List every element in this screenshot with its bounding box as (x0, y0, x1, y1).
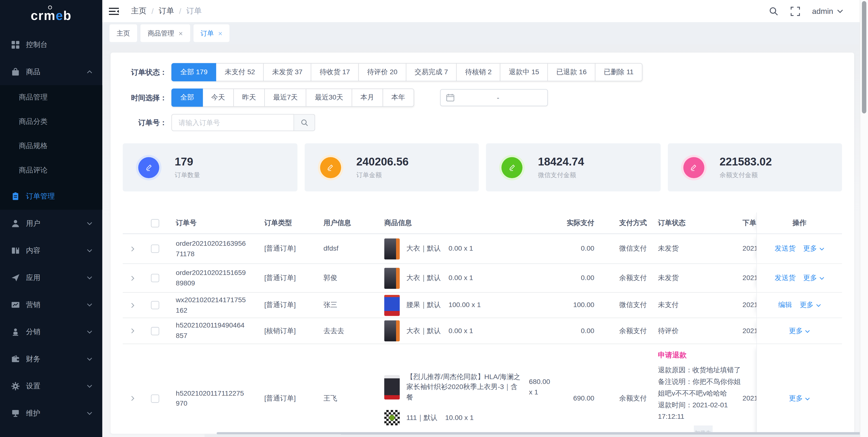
action-more-dropdown[interactable]: 更多 (803, 243, 824, 254)
refund-detail-line: 退款时间：2021-02-01 17:12:11 (658, 399, 743, 423)
username-label: admin (812, 6, 833, 15)
sidebar-subitem[interactable]: 商品管理 (0, 85, 102, 110)
table-header-row: 订单号订单类型用户信息商品信息实际支付支付方式订单状态下单时间操作 (123, 212, 842, 234)
sidebar-item-label: 商品 (26, 67, 40, 77)
order-no-label: 订单号： (123, 118, 167, 127)
order-status-filter-button[interactable]: 待评价 20 (359, 63, 406, 81)
action-more-dropdown[interactable]: 更多 (789, 393, 810, 404)
sidebar-item-maintain[interactable]: 维护 (0, 400, 102, 427)
action-more-dropdown[interactable]: 更多 (789, 326, 810, 336)
expander-cell (123, 245, 143, 252)
tab-home[interactable]: 主页 (110, 24, 137, 42)
pay-method-cell: 余额支付 (594, 393, 658, 404)
chevron-down-icon (837, 9, 843, 13)
date-range-picker[interactable]: - (440, 89, 548, 106)
product-item: 腰果｜默认100.00 x 1 (384, 295, 550, 316)
sidebar-nav: 控制台商品商品管理商品分类商品规格商品评论订单管理用户内容应用营销分销财务设置维… (0, 31, 102, 427)
action-more-dropdown[interactable]: 更多 (800, 300, 820, 311)
order-status-cell: 待评价 (658, 326, 743, 336)
order-status-filter-button[interactable]: 全部 179 (172, 63, 216, 81)
pay-amount-cell: 0.00 (550, 273, 594, 283)
sidebar-subitem[interactable]: 商品规格 (0, 134, 102, 158)
actions-cell: 发送货更多 (756, 234, 842, 263)
time-button-group: 全部今天昨天最近7天最近30天本月本年 (172, 89, 414, 107)
order-status-filter-button[interactable]: 已删除 11 (595, 63, 642, 81)
date-range-separator: - (455, 93, 542, 102)
time-filter-button[interactable]: 全部 (172, 89, 203, 107)
sidebar-item-app[interactable]: 应用 (0, 264, 102, 291)
pay-amount-cell: 100.00 (550, 300, 594, 311)
chevron-down-icon (87, 249, 92, 252)
select-all-checkbox[interactable] (151, 219, 159, 227)
column-header: 用户信息 (316, 218, 377, 228)
stat-value: 240206.56 (356, 155, 409, 168)
row-checkbox[interactable] (151, 327, 159, 335)
action-link[interactable]: 发送货 (775, 273, 795, 283)
stat-card: 240206.56订单金额 (304, 143, 479, 192)
time-filter-button[interactable]: 最近7天 (264, 89, 307, 107)
sidebar-item-dashboard[interactable]: 控制台 (0, 31, 102, 58)
order-status-filter-button[interactable]: 已退款 16 (548, 63, 596, 81)
action-more-dropdown[interactable]: 更多 (803, 273, 824, 283)
vertical-scrollbar-thumb[interactable] (862, 1, 866, 114)
tab-label: 主页 (117, 28, 130, 38)
sidebar-item-goods[interactable]: 商品 (0, 58, 102, 85)
expand-row-icon[interactable] (130, 245, 135, 252)
tab-order[interactable]: 订单× (193, 24, 229, 42)
breadcrumb-home[interactable]: 主页 (131, 6, 147, 16)
expand-row-icon[interactable] (130, 302, 135, 308)
action-link[interactable]: 编辑 (778, 300, 792, 311)
sidebar-item-user[interactable]: 用户 (0, 210, 102, 237)
time-filter-button[interactable]: 本月 (351, 89, 383, 107)
time-filter-button[interactable]: 本年 (382, 89, 414, 107)
sidebar-item-content[interactable]: 内容 (0, 237, 102, 264)
tab-goods-manage[interactable]: 商品管理× (141, 24, 190, 42)
action-link[interactable]: 发送货 (775, 243, 795, 254)
order-status-filter-button[interactable]: 交易完成 7 (406, 63, 457, 81)
fullscreen-icon[interactable] (790, 6, 800, 16)
sidebar-item-settings[interactable]: 设置 (0, 372, 102, 399)
sidebar-subitem[interactable]: 商品分类 (0, 110, 102, 134)
order-no-input[interactable] (172, 114, 294, 131)
close-icon[interactable]: × (218, 30, 222, 37)
sidebar-item-order-manage[interactable]: 订单管理 (0, 182, 102, 209)
order-status-filter-button[interactable]: 待收货 17 (311, 63, 359, 81)
search-icon[interactable] (769, 6, 778, 16)
sidebar-subitem[interactable]: 商品评论 (0, 158, 102, 182)
marketing-icon (11, 300, 20, 309)
sidebar-item-label: 内容 (26, 245, 40, 255)
breadcrumb-order[interactable]: 订单 (158, 6, 174, 16)
product-thumbnail-coat (384, 267, 400, 288)
time-filter-button[interactable]: 昨天 (234, 89, 265, 107)
collapse-sidebar-icon[interactable] (109, 7, 119, 15)
order-status-filter-button[interactable]: 待核销 2 (456, 63, 501, 81)
user-menu[interactable]: admin (812, 6, 843, 15)
expand-row-icon[interactable] (130, 327, 135, 334)
row-checkbox[interactable] (151, 274, 159, 282)
sidebar-item-marketing[interactable]: 营销 (0, 291, 102, 318)
order-status-filter-button[interactable]: 退款中 15 (500, 63, 548, 81)
search-icon (301, 119, 308, 126)
breadcrumb-current: 订单 (186, 6, 202, 16)
product-item: 大衣｜默认0.00 x 1 (384, 320, 550, 341)
breadcrumb: 主页 / 订单 / 订单 (131, 6, 202, 16)
order-status-filter-button[interactable]: 未支付 52 (216, 63, 264, 81)
sidebar-item-distribution[interactable]: 分销 (0, 318, 102, 345)
product-thumbnail-cashew (384, 295, 400, 316)
sidebar-item-finance[interactable]: 财务 (0, 345, 102, 372)
refund-title: 申请退款 (658, 350, 743, 360)
expand-row-icon[interactable] (130, 275, 135, 281)
order-search-button[interactable] (294, 114, 315, 131)
row-checkbox[interactable] (151, 301, 159, 309)
time-filter-button[interactable]: 今天 (202, 89, 234, 107)
row-checkbox[interactable] (151, 244, 159, 253)
time-filter-button[interactable]: 最近30天 (306, 89, 352, 107)
expand-row-icon[interactable] (130, 395, 135, 402)
horizontal-scrollbar[interactable] (217, 432, 868, 434)
chevron-down-icon (816, 300, 820, 311)
close-icon[interactable]: × (179, 30, 183, 37)
vertical-scrollbar[interactable] (860, 0, 868, 437)
order-status-filter-button[interactable]: 未发货 37 (263, 63, 311, 81)
row-checkbox[interactable] (151, 395, 159, 403)
order-type-cell: [普通订单] (255, 243, 316, 254)
